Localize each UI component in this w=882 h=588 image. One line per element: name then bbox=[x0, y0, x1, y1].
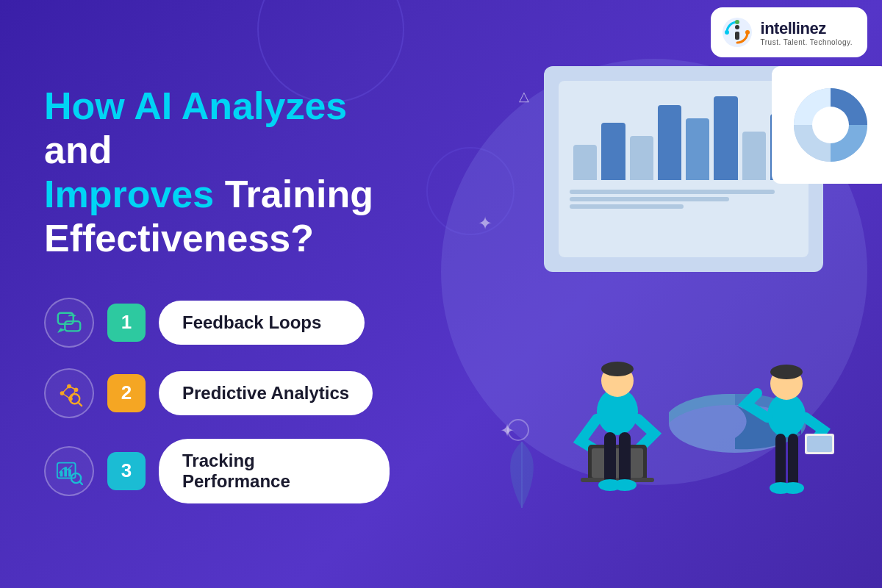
bar-chart bbox=[570, 92, 797, 180]
figure-person-2 bbox=[735, 338, 838, 529]
tracking-performance-icon bbox=[55, 457, 83, 485]
svg-line-23 bbox=[79, 481, 82, 484]
list-item-1: 1 Feedback Loops bbox=[44, 298, 390, 348]
chart-line-2 bbox=[570, 197, 729, 201]
leaf-decoration bbox=[500, 438, 544, 514]
svg-point-29 bbox=[601, 362, 634, 376]
logo-tagline: Trust. Talent. Technology. bbox=[761, 38, 853, 46]
logo-text: intellinez Trust. Talent. Technology. bbox=[761, 19, 853, 46]
logo-icon bbox=[721, 16, 753, 49]
svg-point-36 bbox=[613, 479, 637, 491]
main-container: How AI Analyzes and Improves Training Ef… bbox=[0, 0, 882, 588]
title-highlight-2: Improves bbox=[44, 173, 214, 215]
bar-2 bbox=[601, 123, 625, 180]
person-laptop-svg bbox=[559, 338, 676, 529]
svg-rect-2 bbox=[735, 32, 739, 40]
list-item-2: 2 Predictive Analytics bbox=[44, 368, 390, 418]
number-badge-2: 2 bbox=[107, 374, 146, 412]
logo-name: intellinez bbox=[761, 19, 853, 38]
svg-rect-43 bbox=[788, 434, 798, 487]
svg-point-3 bbox=[725, 30, 729, 35]
svg-point-4 bbox=[745, 30, 750, 35]
title-normal-2: Training bbox=[214, 173, 373, 215]
pie-chart-card bbox=[772, 66, 882, 184]
chart-lines bbox=[570, 190, 797, 209]
svg-rect-42 bbox=[775, 434, 786, 487]
dashboard-inner bbox=[559, 81, 808, 257]
feedback-icon-circle bbox=[44, 298, 94, 348]
list-item-3: 3 Tracking Performance bbox=[44, 439, 390, 503]
number-badge-3: 3 bbox=[107, 452, 146, 490]
predictive-analytics-icon bbox=[55, 379, 83, 407]
bar-4 bbox=[658, 105, 681, 180]
chart-line-3 bbox=[570, 204, 684, 209]
svg-rect-33 bbox=[604, 432, 616, 484]
deco-arrow-1: △ bbox=[519, 88, 529, 104]
bar-3 bbox=[630, 136, 653, 180]
svg-rect-41 bbox=[807, 436, 832, 452]
svg-rect-34 bbox=[619, 432, 631, 484]
svg-point-5 bbox=[735, 20, 739, 24]
svg-rect-1 bbox=[735, 25, 739, 29]
svg-rect-21 bbox=[68, 469, 71, 476]
svg-line-12 bbox=[62, 386, 70, 393]
right-illustration: ✦ ✦ △ bbox=[412, 0, 882, 588]
item-label-1: Feedback Loops bbox=[159, 301, 365, 345]
left-content: How AI Analyzes and Improves Training Ef… bbox=[0, 40, 426, 547]
main-title: How AI Analyzes and Improves Training Ef… bbox=[44, 85, 390, 260]
bar-5 bbox=[686, 118, 709, 180]
figure-person-1 bbox=[559, 338, 676, 529]
svg-point-25 bbox=[812, 107, 849, 143]
title-normal-1: and bbox=[44, 129, 112, 171]
svg-point-39 bbox=[770, 365, 803, 379]
logo-container: intellinez Trust. Talent. Technology. bbox=[711, 7, 867, 57]
pie-chart-svg bbox=[786, 81, 875, 169]
svg-rect-31 bbox=[592, 448, 643, 478]
item-label-2: Predictive Analytics bbox=[159, 371, 373, 415]
bar-6 bbox=[714, 96, 737, 180]
title-normal-3: Effectiveness? bbox=[44, 217, 314, 259]
analytics-icon-circle bbox=[44, 368, 94, 418]
item-label-3: Tracking Performance bbox=[159, 439, 390, 503]
number-badge-1: 1 bbox=[107, 304, 146, 342]
chart-line-1 bbox=[570, 190, 775, 194]
items-list: 1 Feedback Loops bbox=[44, 298, 390, 503]
person-present-svg bbox=[735, 338, 838, 529]
feedback-loops-icon bbox=[55, 309, 83, 337]
deco-plus-1: ✦ bbox=[478, 213, 492, 234]
bar-1 bbox=[573, 145, 597, 180]
svg-line-17 bbox=[78, 402, 82, 406]
title-highlight-1: How AI Analyzes bbox=[44, 85, 347, 127]
bar-7 bbox=[742, 132, 766, 180]
tracking-icon-circle bbox=[44, 446, 94, 496]
svg-point-45 bbox=[782, 482, 804, 494]
